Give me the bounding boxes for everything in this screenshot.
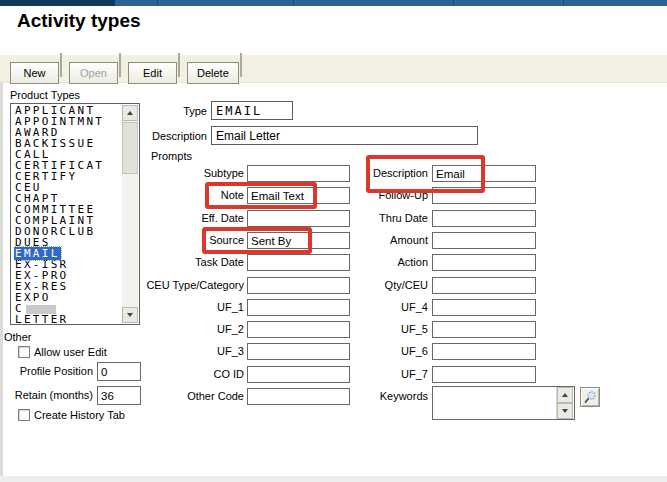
uf-1-label: UF_1	[44, 301, 244, 313]
follow-up-field[interactable]	[432, 187, 536, 204]
toolbar-divider	[60, 53, 62, 77]
toolbar-divider	[178, 53, 180, 77]
top-edge-dark-segment	[0, 0, 115, 6]
qty-ceu-field[interactable]	[432, 277, 536, 294]
description-field[interactable]	[211, 126, 478, 145]
amount-field[interactable]	[432, 232, 536, 249]
description-label: Description	[107, 130, 207, 142]
bottom-edge-strip	[0, 476, 667, 482]
list-item-label: LETTER	[14, 313, 70, 323]
thru-date-field[interactable]	[432, 210, 536, 227]
product-types-label: Product Types	[10, 89, 80, 101]
top-edge-separator	[157, 0, 158, 6]
down-arrow-icon	[127, 313, 133, 317]
keywords-scrollbar[interactable]	[556, 387, 574, 419]
keywords-scroll-down-button[interactable]	[557, 403, 573, 419]
window-top-edge	[0, 0, 667, 6]
co-id-label: CO ID	[44, 368, 244, 380]
uf-4-label: UF_4	[228, 301, 428, 313]
type-field[interactable]	[211, 101, 293, 120]
uf-5-label: UF_5	[228, 323, 428, 335]
other-section-label: Other	[4, 331, 32, 343]
uf-7-field[interactable]	[432, 366, 536, 383]
toolbar-buttons: NewOpenEditDelete	[10, 53, 249, 84]
left-edge-strip	[0, 83, 3, 476]
uf-6-label: UF_6	[228, 345, 428, 357]
uf-3-label: UF_3	[44, 345, 244, 357]
page-title: Activity types	[17, 10, 141, 32]
edit-button[interactable]: Edit	[128, 62, 177, 84]
list-item-letter[interactable]: LETTER	[14, 314, 122, 323]
eff-date-label: Eff. Date	[44, 212, 244, 224]
allow-user-edit-checkbox[interactable]	[18, 346, 30, 358]
follow-up-label: Follow-Up	[228, 189, 428, 201]
keywords-lookup-button[interactable]	[580, 387, 600, 407]
uf-2-label: UF_2	[44, 323, 244, 335]
toolbar-divider	[240, 53, 242, 77]
keywords-scroll-up-button[interactable]	[557, 387, 573, 403]
other-code-label: Other Code	[44, 390, 244, 402]
top-edge-separator	[293, 0, 294, 6]
uf-5-field[interactable]	[432, 321, 536, 338]
description-field[interactable]	[432, 165, 536, 182]
down-arrow-icon	[562, 409, 568, 413]
up-arrow-icon	[562, 393, 568, 397]
action-label: Action	[228, 256, 428, 268]
task-date-label: Task Date	[44, 256, 244, 268]
description-label: Description	[228, 167, 428, 179]
ceu-type-category-label: CEU Type/Category	[44, 279, 244, 291]
uf-7-label: UF_7	[228, 368, 428, 380]
keywords-field[interactable]	[432, 386, 575, 420]
action-field[interactable]	[432, 254, 536, 271]
uf-4-field[interactable]	[432, 299, 536, 316]
magnifier-icon	[583, 390, 597, 404]
create-history-tab-checkbox[interactable]	[18, 409, 30, 421]
create-history-tab-label: Create History Tab	[34, 409, 125, 421]
source-label: Source	[44, 234, 244, 246]
toolbar: NewOpenEditDelete	[0, 55, 667, 83]
thru-date-label: Thru Date	[228, 212, 428, 224]
keywords-label: Keywords	[228, 390, 428, 402]
uf-6-field[interactable]	[432, 343, 536, 360]
toolbar-divider	[119, 53, 121, 77]
type-label: Type	[107, 105, 207, 117]
delete-button[interactable]: Delete	[187, 62, 239, 84]
note-label: Note	[44, 189, 244, 201]
amount-label: Amount	[228, 234, 428, 246]
subtype-label: Subtype	[44, 167, 244, 179]
open-button[interactable]: Open	[69, 62, 118, 84]
top-edge-separator	[563, 0, 564, 6]
new-button[interactable]: New	[10, 62, 59, 84]
qty-ceu-label: Qty/CEU	[228, 279, 428, 291]
top-edge-separator	[453, 0, 454, 6]
prompts-section-label: Prompts	[151, 150, 192, 162]
